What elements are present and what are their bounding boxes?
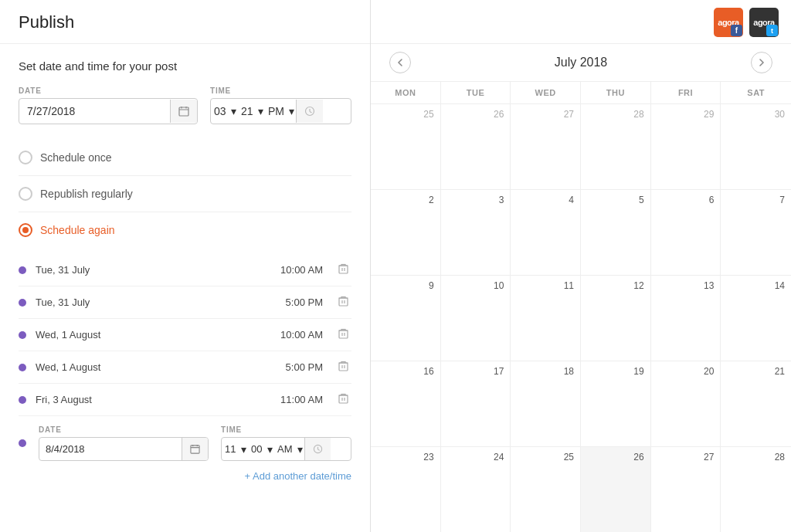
week-row: 232425262728 [371,447,791,532]
day-number: 28 [587,109,644,120]
date-calendar-icon[interactable] [170,100,197,123]
day-number: 6 [657,195,715,205]
day-cell[interactable]: 6 [651,190,721,275]
calendar-header: agora f agora t [371,0,791,44]
prev-month-button[interactable] [389,52,411,73]
day-cell[interactable]: 13 [651,276,721,361]
day-cell[interactable]: 24 [441,447,511,532]
schedule-dot [19,396,26,404]
day-cell[interactable]: 19 [581,361,651,446]
day-cell[interactable]: 29 [651,104,721,189]
delete-schedule-button[interactable] [335,357,351,377]
day-cell[interactable]: 25 [371,104,441,189]
day-number: 26 [587,452,644,463]
day-cell[interactable]: 14 [721,276,791,361]
svg-rect-35 [339,395,348,403]
day-cell[interactable]: 17 [441,361,511,446]
schedule-dot [19,364,26,371]
schedule-dot [19,299,26,307]
day-cell[interactable]: 26 [441,104,511,189]
day-cell[interactable]: 28 [721,447,791,532]
add-time-label: TIME [221,425,351,434]
time-hour-select[interactable]: 03010204 05060708 09101112 [211,99,229,124]
time-group: TIME 03010204 05060708 09101112 ▾ 210015… [210,86,351,124]
day-number: 13 [657,280,715,291]
day-cell[interactable]: 21 [721,361,791,446]
day-cell[interactable]: 23 [371,447,441,532]
time-period-select[interactable]: PMAM [265,99,287,124]
add-date-row: DATE TIME [19,425,351,461]
day-cell[interactable]: 7 [721,190,791,275]
radio-circle-once [19,151,32,164]
day-number: 27 [517,109,574,120]
time-min-select[interactable]: 2100153045 [238,99,256,124]
day-cell[interactable]: 26 [581,447,651,532]
day-cell[interactable]: 28 [581,104,651,189]
week-row: 91011121314 [371,276,791,361]
day-number: 29 [657,109,715,120]
day-cell[interactable]: 20 [651,361,721,446]
delete-schedule-button[interactable] [335,390,351,409]
svg-rect-21 [339,330,348,338]
schedule-item: Tue, 31 July 10:00 AM [19,254,351,286]
day-cell[interactable]: 16 [371,361,441,446]
week-row: 161718192021 [371,361,791,447]
brand-icon-twitter[interactable]: agora t [749,8,779,37]
schedule-item: Wed, 1 August 5:00 PM [19,351,351,384]
time-clock-icon[interactable] [296,100,323,123]
add-date-input[interactable] [39,439,182,459]
day-cell[interactable]: 3 [441,190,511,275]
add-date-calendar-icon[interactable] [182,438,208,460]
day-cell[interactable]: 10 [441,276,511,361]
schedule-time: 5:00 PM [266,361,335,373]
day-number: 5 [587,195,644,205]
schedule-date: Fri, 3 August [36,394,266,405]
add-time-hour-select[interactable]: 11010203 [222,439,239,459]
day-cell[interactable]: 12 [581,276,651,361]
delete-schedule-button[interactable] [335,260,351,280]
delete-schedule-button[interactable] [335,293,351,312]
day-cell[interactable]: 2 [371,190,441,275]
add-more-button[interactable]: + Add another date/time [19,461,351,485]
facebook-badge: f [731,25,742,36]
radio-republish-regularly[interactable]: Republish regularly [19,176,351,212]
next-month-button[interactable] [751,52,772,73]
day-cell[interactable]: 4 [511,190,581,275]
schedule-date: Tue, 31 July [36,296,266,308]
schedule-item: Fri, 3 August 11:00 AM [19,384,351,416]
radio-schedule-again[interactable]: Schedule again [19,212,351,248]
add-time-sep3: ▾ [296,443,304,456]
brand-icon-facebook[interactable]: agora f [714,8,743,37]
add-time-period-select[interactable]: AMPM [274,439,296,459]
datetime-row: DATE TIME [19,86,351,124]
radio-schedule-once[interactable]: Schedule once [19,140,351,176]
calendar-nav: July 2018 [371,44,791,82]
time-input-wrapper: 03010204 05060708 09101112 ▾ 2100153045 … [210,98,351,124]
delete-schedule-button[interactable] [335,325,351,344]
day-cell[interactable]: 27 [651,447,721,532]
add-time-input-wrapper: 11010203 ▾ 00153045 ▾ AMPM ▾ [221,437,351,461]
day-cell[interactable]: 27 [511,104,581,189]
day-cell[interactable]: 30 [721,104,791,189]
time-period-separator: ▾ [287,105,296,117]
day-cell[interactable]: 11 [511,276,581,361]
day-number: 12 [587,280,644,291]
day-header: MON [371,82,441,103]
twitter-badge: t [766,25,778,36]
day-number: 7 [727,195,785,205]
schedule-dot [19,266,26,274]
day-cell[interactable]: 9 [371,276,441,361]
left-panel: Publish Set date and time for your post … [0,0,371,532]
add-time-clock-icon[interactable] [304,438,331,460]
schedule-time: 10:00 AM [266,329,335,341]
add-time-min-select[interactable]: 00153045 [248,439,266,459]
date-input[interactable] [19,99,170,124]
day-cell[interactable]: 18 [511,361,581,446]
day-cell[interactable]: 25 [511,447,581,532]
day-cell[interactable]: 5 [581,190,651,275]
day-number: 26 [447,109,504,120]
day-number: 11 [517,280,574,291]
day-number: 16 [377,366,434,377]
day-header: TUE [441,82,511,103]
day-number: 23 [377,452,434,463]
